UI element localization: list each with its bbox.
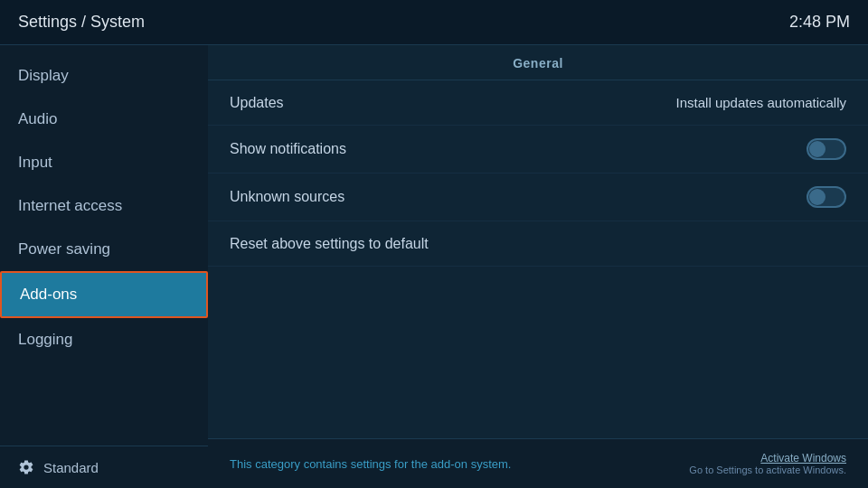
sidebar-label-input: Input <box>18 154 52 172</box>
sidebar-label-logging: Logging <box>18 331 73 349</box>
sidebar-footer[interactable]: Standard <box>0 446 208 488</box>
footer-hint: This category contains settings for the … <box>230 457 511 471</box>
content-area: General Updates Install updates automati… <box>208 45 868 438</box>
footer-bar: This category contains settings for the … <box>208 438 868 488</box>
settings-row-show-notifications[interactable]: Show notifications <box>208 126 868 174</box>
gear-icon <box>18 459 34 475</box>
updates-value: Install updates automatically <box>676 95 846 110</box>
header: Settings / System 2:48 PM <box>0 0 868 45</box>
main-content: General Updates Install updates automati… <box>208 45 868 488</box>
sidebar-footer-label: Standard <box>43 460 99 475</box>
footer-activate: Activate Windows Go to Settings to activ… <box>689 452 846 475</box>
current-time: 2:48 PM <box>789 13 850 32</box>
unknown-sources-label: Unknown sources <box>230 189 344 205</box>
sidebar: Display Audio Input Internet access Powe… <box>0 45 208 488</box>
reset-label: Reset above settings to default <box>230 236 429 252</box>
activate-windows-sub: Go to Settings to activate Windows. <box>689 465 846 475</box>
sidebar-label-audio: Audio <box>18 110 57 128</box>
sidebar-item-logging[interactable]: Logging <box>0 318 208 361</box>
layout: Display Audio Input Internet access Powe… <box>0 45 868 488</box>
sidebar-nav: Display Audio Input Internet access Powe… <box>0 54 208 446</box>
settings-row-unknown-sources[interactable]: Unknown sources <box>208 174 868 221</box>
sidebar-item-display[interactable]: Display <box>0 54 208 98</box>
sidebar-item-input[interactable]: Input <box>0 141 208 184</box>
sidebar-label-add-ons: Add-ons <box>20 286 77 304</box>
settings-row-reset[interactable]: Reset above settings to default <box>208 221 868 267</box>
sidebar-item-audio[interactable]: Audio <box>0 98 208 141</box>
section-header: General <box>208 45 868 80</box>
sidebar-label-power-saving: Power saving <box>18 240 110 258</box>
sidebar-label-internet-access: Internet access <box>18 197 122 215</box>
sidebar-item-add-ons[interactable]: Add-ons <box>0 271 208 318</box>
show-notifications-label: Show notifications <box>230 141 346 157</box>
sidebar-item-internet-access[interactable]: Internet access <box>0 184 208 228</box>
sidebar-label-display: Display <box>18 67 69 85</box>
show-notifications-toggle[interactable] <box>807 138 846 160</box>
unknown-sources-toggle[interactable] <box>807 186 846 208</box>
activate-windows-title: Activate Windows <box>689 452 846 465</box>
updates-label: Updates <box>230 95 284 111</box>
settings-row-updates[interactable]: Updates Install updates automatically <box>208 80 868 126</box>
page-title: Settings / System <box>18 13 145 32</box>
sidebar-item-power-saving[interactable]: Power saving <box>0 228 208 271</box>
